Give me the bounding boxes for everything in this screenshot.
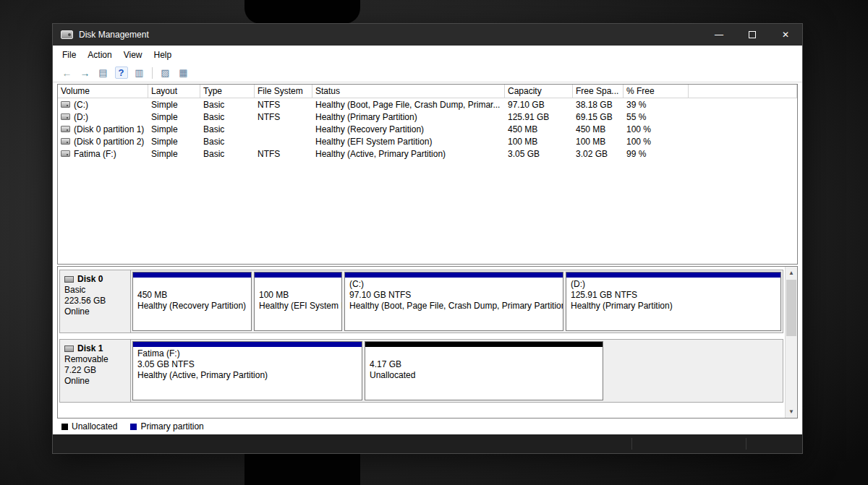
menu-bar: File Action View Help [53, 46, 802, 64]
cell-capacity: 450 MB [505, 124, 573, 134]
window-title: Disk Management [79, 30, 149, 40]
volume-list-header: Volume Layout Type File System Status Ca… [58, 85, 797, 98]
cell-pct-free: 99 % [624, 149, 689, 159]
list-view-icon[interactable]: ▦ [174, 65, 192, 81]
cell-type: Basic [200, 137, 255, 147]
volume-row-disk0-partition1[interactable]: (Disk 0 partition 1) Simple Basic Health… [58, 123, 797, 135]
scrollbar-thumb[interactable] [786, 280, 796, 336]
cell-file-system: NTFS [255, 149, 312, 159]
cell-volume: (Disk 0 partition 1) [58, 124, 148, 134]
partition-recovery[interactable]: 450 MB Healthy (Recovery Partition) [132, 272, 252, 331]
cell-free-space: 38.18 GB [573, 100, 624, 110]
legend-bar: Unallocated Primary partition [53, 419, 802, 434]
disk0-kind: Basic [64, 285, 126, 296]
cell-capacity: 100 MB [505, 137, 573, 147]
disk0-size: 223.56 GB [64, 296, 126, 306]
properties-icon[interactable]: ▨ [156, 65, 174, 81]
partition-d[interactable]: (D:) 125.91 GB NTFS Healthy (Primary Par… [566, 272, 781, 331]
cell-capacity: 125.91 GB [505, 112, 573, 122]
partition-color-bar [365, 342, 603, 347]
cell-pct-free: 55 % [624, 112, 689, 122]
cell-layout: Simple [148, 100, 200, 110]
disk0-row: Disk 0 Basic 223.56 GB Online 450 MB Hea… [59, 270, 783, 333]
cell-type: Basic [200, 112, 255, 122]
column-header-pct-free[interactable]: % Free [624, 85, 689, 98]
console-tree-icon[interactable]: ▤ [94, 65, 112, 81]
disk1-status: Online [64, 376, 126, 387]
column-header-layout[interactable]: Layout [148, 85, 200, 98]
cell-free-space: 450 MB [573, 124, 624, 134]
cell-volume: (D:) [58, 112, 148, 122]
toolbar: ← → ▤ ? ▥ ▨ ▦ [53, 64, 802, 82]
help-icon[interactable]: ? [112, 65, 130, 81]
drive-icon [61, 126, 70, 132]
scroll-down-icon[interactable]: ▼ [786, 405, 797, 418]
column-header-filler [689, 85, 797, 98]
cell-capacity: 3.05 GB [505, 149, 573, 159]
disk-graphical-panel: Disk 0 Basic 223.56 GB Online 450 MB Hea… [57, 266, 798, 419]
cell-capacity: 97.10 GB [505, 100, 573, 110]
unallocated-swatch [61, 424, 68, 430]
title-bar[interactable]: Disk Management — ✕ [53, 24, 802, 46]
graph-vertical-scrollbar[interactable]: ▲ ▼ [785, 267, 797, 418]
minimize-button[interactable]: — [702, 24, 736, 46]
maximize-button[interactable] [736, 24, 769, 46]
menu-view[interactable]: View [118, 47, 148, 63]
scroll-up-icon[interactable]: ▲ [786, 267, 797, 279]
drive-icon [61, 150, 70, 157]
forward-icon[interactable]: → [76, 65, 94, 81]
volume-row-fatima[interactable]: Fatima (F:) Simple Basic NTFS Healthy (A… [58, 147, 797, 160]
cell-pct-free: 100 % [624, 124, 689, 134]
legend-primary-partition: Primary partition [130, 421, 203, 432]
column-header-free-space[interactable]: Free Spa... [573, 85, 624, 98]
menu-help[interactable]: Help [148, 47, 178, 63]
cell-free-space: 3.02 GB [573, 149, 624, 159]
partition-fatima[interactable]: Fatima (F:) 3.05 GB NTFS Healthy (Active… [132, 341, 362, 400]
disk1-info[interactable]: Disk 1 Removable 7.22 GB Online [60, 340, 131, 402]
back-icon[interactable]: ← [58, 65, 76, 81]
cell-pct-free: 39 % [624, 100, 689, 110]
disk-management-icon[interactable] [61, 30, 73, 39]
menu-file[interactable]: File [56, 47, 82, 63]
close-button[interactable]: ✕ [769, 24, 802, 46]
disk-management-window: Disk Management — ✕ File Action View Hel… [52, 23, 803, 454]
column-header-status[interactable]: Status [312, 85, 505, 98]
disk1-size: 7.22 GB [64, 365, 126, 376]
toolbar-separator [152, 67, 153, 79]
partition-color-bar [345, 272, 563, 278]
cell-file-system: NTFS [255, 112, 312, 122]
partition-efi[interactable]: 100 MB Healthy (EFI System Partition) [254, 272, 342, 331]
drive-icon [61, 113, 70, 120]
volume-row-d[interactable]: (D:) Simple Basic NTFS Healthy (Primary … [58, 111, 797, 123]
volume-row-c[interactable]: (C:) Simple Basic NTFS Healthy (Boot, Pa… [58, 98, 797, 111]
column-header-capacity[interactable]: Capacity [505, 85, 573, 98]
disk1-empty-area [605, 341, 781, 400]
column-header-type[interactable]: Type [200, 85, 255, 98]
partition-unallocated[interactable]: 4.17 GB Unallocated [365, 341, 603, 400]
cell-type: Basic [200, 149, 255, 159]
partition-c[interactable]: (C:) 97.10 GB NTFS Healthy (Boot, Page F… [344, 272, 563, 331]
action-pane-icon[interactable]: ▥ [130, 65, 148, 81]
partition-color-bar [255, 272, 341, 278]
partition-color-bar [566, 272, 780, 278]
cell-type: Basic [200, 100, 255, 110]
partition-color-bar [133, 342, 362, 347]
cell-status: Healthy (Boot, Page File, Crash Dump, Pr… [312, 100, 505, 110]
disk-icon [64, 345, 74, 352]
cell-status: Healthy (Active, Primary Partition) [312, 149, 505, 159]
monitor-stand-top [244, 0, 360, 24]
legend-unallocated: Unallocated [61, 421, 117, 432]
cell-layout: Simple [148, 137, 200, 147]
drive-icon [61, 101, 70, 108]
disk1-row: Disk 1 Removable 7.22 GB Online Fatima (… [59, 339, 783, 403]
column-header-file-system[interactable]: File System [255, 85, 312, 98]
maximize-icon [749, 31, 756, 38]
cell-status: Healthy (EFI System Partition) [312, 137, 505, 147]
monitor-stand-bottom [244, 453, 360, 485]
disk0-info[interactable]: Disk 0 Basic 223.56 GB Online [60, 270, 131, 332]
cell-free-space: 69.15 GB [573, 112, 624, 122]
cell-status: Healthy (Primary Partition) [312, 112, 505, 122]
volume-row-disk0-partition2[interactable]: (Disk 0 partition 2) Simple Basic Health… [58, 135, 797, 147]
menu-action[interactable]: Action [82, 47, 117, 63]
column-header-volume[interactable]: Volume [58, 85, 148, 98]
